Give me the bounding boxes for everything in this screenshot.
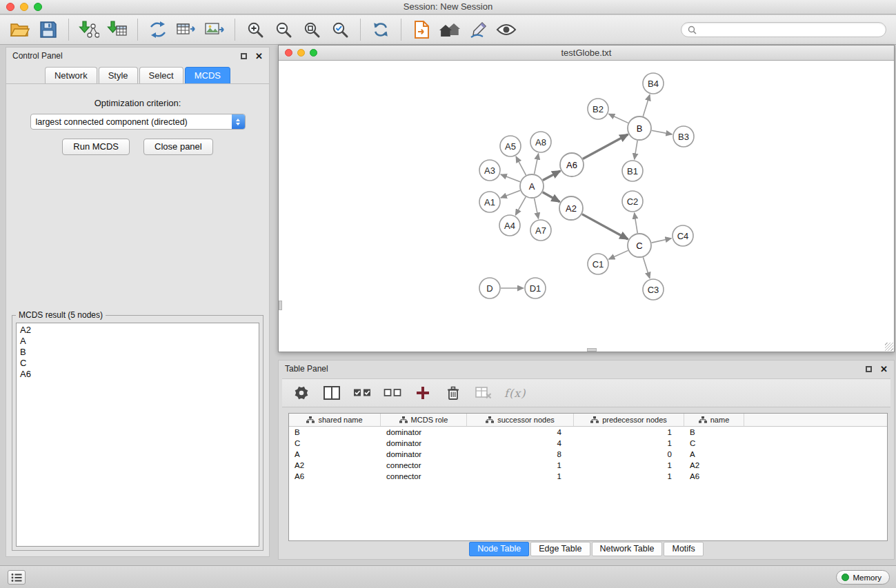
edge-C-C2[interactable] [635, 213, 638, 233]
table-cell[interactable]: B [289, 428, 381, 436]
show-panels-button[interactable] [8, 570, 26, 585]
canvas-scroll-nub-left[interactable] [279, 301, 282, 310]
table-cell[interactable]: C [289, 439, 381, 447]
edge-A-A8[interactable] [535, 154, 539, 174]
canvas-scroll-nub-bottom[interactable] [587, 348, 597, 352]
table-cell[interactable]: 1 [574, 461, 684, 469]
table-cell[interactable]: dominator [381, 450, 467, 458]
mcds-result-item[interactable]: C [20, 358, 255, 369]
edge-A-A7[interactable] [535, 199, 539, 219]
table-cell[interactable]: dominator [381, 428, 467, 436]
run-mcds-button[interactable]: Run MCDS [62, 139, 130, 155]
zoom-network-window-button[interactable] [310, 49, 317, 57]
import-table-button[interactable] [104, 17, 130, 42]
node-D1[interactable]: D1 [525, 278, 546, 298]
close-table-panel-icon[interactable]: ✕ [880, 365, 888, 374]
tab-network-table[interactable]: Network Table [592, 542, 663, 556]
table-cell[interactable]: C [684, 439, 744, 447]
resize-grip-icon[interactable] [885, 343, 893, 351]
table-cell[interactable]: 1 [467, 461, 574, 469]
edge-A6-B[interactable] [583, 134, 628, 159]
table-mode-button[interactable] [292, 383, 311, 403]
edge-B-B1[interactable] [635, 141, 637, 159]
float-table-panel-icon[interactable] [866, 366, 872, 372]
table-cell[interactable]: A [684, 450, 744, 458]
edge-A-A3[interactable] [501, 174, 520, 182]
node-A2[interactable]: A2 [559, 196, 583, 220]
mcds-result-list[interactable]: A2ABCA6 [16, 323, 259, 547]
table-row[interactable]: Cdominator41C [289, 438, 887, 449]
mcds-result-item[interactable]: A2 [20, 325, 255, 336]
edge-A-A1[interactable] [501, 190, 520, 198]
delete-columns-button[interactable] [444, 383, 463, 403]
column-header-successor-nodes[interactable]: successor nodes [467, 414, 574, 426]
table-row[interactable]: A2connector11A2 [289, 460, 887, 471]
tab-network[interactable]: Network [45, 67, 97, 83]
delete-table-button[interactable] [474, 383, 493, 403]
tab-motifs[interactable]: Motifs [664, 542, 703, 556]
table-row[interactable]: Adominator80A [289, 449, 887, 460]
table-cell[interactable]: A6 [289, 472, 381, 480]
minimize-network-window-button[interactable] [297, 49, 305, 57]
node-A[interactable]: A [520, 174, 544, 198]
node-B4[interactable]: B4 [643, 73, 664, 94]
edge-A2-C[interactable] [582, 214, 628, 239]
export-network-button[interactable] [145, 17, 171, 42]
edge-C-C4[interactable] [652, 239, 672, 243]
table-cell[interactable]: 8 [467, 450, 574, 458]
zoom-in-button[interactable] [242, 17, 268, 42]
node-B2[interactable]: B2 [588, 99, 608, 119]
tab-select[interactable]: Select [139, 67, 183, 83]
zoom-out-button[interactable] [270, 17, 297, 42]
table-cell[interactable]: 1 [574, 472, 684, 480]
edge-C-C3[interactable] [643, 257, 650, 278]
tab-edge-table[interactable]: Edge Table [530, 542, 590, 556]
table-cell[interactable]: 4 [467, 428, 574, 436]
close-network-window-button[interactable] [285, 49, 292, 57]
export-image-button[interactable] [201, 17, 228, 42]
table-cell[interactable]: 1 [574, 439, 684, 447]
table-cell[interactable]: connector [381, 461, 467, 469]
node-A3[interactable]: A3 [479, 160, 500, 181]
zoom-fit-button[interactable] [299, 17, 325, 42]
node-B[interactable]: B [628, 116, 651, 140]
node-B1[interactable]: B1 [622, 161, 643, 181]
zoom-selected-button[interactable] [327, 17, 353, 42]
apply-function-button[interactable]: f(x) [504, 387, 526, 400]
table-row[interactable]: A6connector11A6 [289, 471, 887, 482]
tab-style[interactable]: Style [99, 67, 138, 83]
show-graphics-details-button[interactable] [493, 17, 519, 42]
edge-C-C1[interactable] [609, 250, 628, 259]
deselect-all-button[interactable] [383, 383, 402, 403]
network-canvas[interactable]: B4B2BB3A5A8A6A3B1AC2A1A2A4A7C4CC1DD1C3 [279, 61, 894, 352]
node-A8[interactable]: A8 [530, 132, 551, 152]
import-network-button[interactable] [76, 17, 102, 42]
node-A4[interactable]: A4 [499, 215, 520, 236]
node-C2[interactable]: C2 [622, 191, 643, 212]
table-cell[interactable]: 4 [467, 439, 574, 447]
table-row[interactable]: Bdominator41B [289, 427, 887, 438]
search-field[interactable] [681, 22, 886, 37]
column-header-mcds-role[interactable]: MCDS role [381, 414, 467, 426]
edge-A-A2[interactable] [543, 192, 560, 202]
node-D[interactable]: D [479, 278, 500, 298]
table-cell[interactable]: A2 [289, 461, 381, 469]
table-cell[interactable]: 1 [574, 428, 684, 436]
column-header-shared-name[interactable]: shared name [289, 414, 381, 426]
close-panel-icon[interactable]: ✕ [255, 52, 263, 61]
create-column-button[interactable] [413, 383, 432, 403]
node-A6[interactable]: A6 [560, 153, 584, 176]
zoom-window-button[interactable] [34, 3, 42, 11]
table-cell[interactable]: A [289, 450, 381, 458]
select-all-button[interactable] [352, 383, 372, 403]
mcds-result-item[interactable]: A6 [20, 369, 255, 380]
show-columns-button[interactable] [322, 383, 341, 403]
table-cell[interactable]: 1 [467, 472, 574, 480]
minimize-window-button[interactable] [20, 3, 28, 11]
float-panel-icon[interactable] [241, 53, 247, 59]
node-C3[interactable]: C3 [643, 279, 664, 300]
column-header-predecessor-nodes[interactable]: predecessor nodes [574, 414, 684, 426]
export-table-button[interactable] [173, 17, 199, 42]
home-button[interactable] [437, 17, 463, 42]
tab-node-table[interactable]: Node Table [469, 542, 529, 556]
